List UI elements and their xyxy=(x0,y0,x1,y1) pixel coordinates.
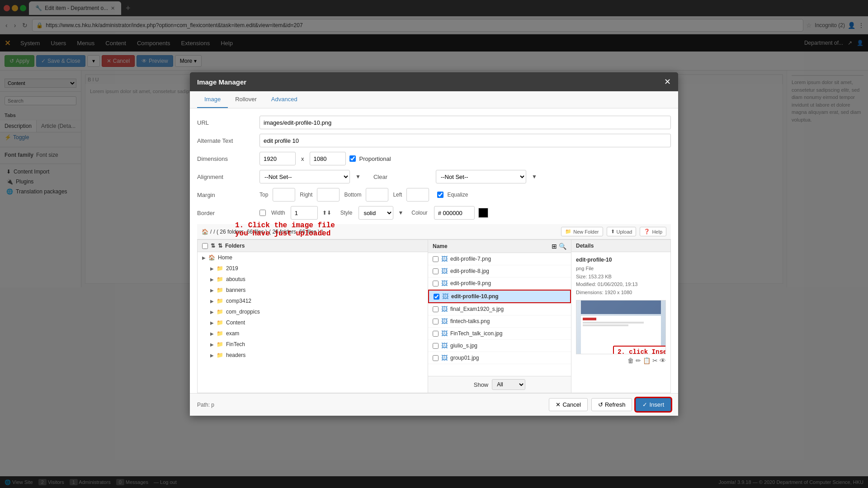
margin-top-input[interactable] xyxy=(273,188,295,202)
help-icon: ❓ xyxy=(644,229,650,235)
folder-2019[interactable]: ▶ 📁 2019 xyxy=(198,263,428,274)
dimensions-x: x xyxy=(299,155,306,162)
margin-left-input[interactable] xyxy=(406,188,429,202)
width-input[interactable] xyxy=(259,152,296,165)
border-style-label: Style xyxy=(340,210,353,216)
grid-view-btn[interactable]: ⊞ xyxy=(552,243,557,250)
border-checkbox[interactable] xyxy=(259,210,266,216)
file-icon: 🖼 xyxy=(441,267,448,275)
file-edit-profile-8[interactable]: 🖼 edit-profile-8.jpg xyxy=(428,265,571,277)
details-header: Details xyxy=(571,240,670,252)
path-actions: 📁 New Folder ⬆ Upload ❓ Help xyxy=(561,227,666,236)
folders-header: ⇅ ⇅ Folders xyxy=(198,240,428,252)
border-width-arrows: ⬆⬇ xyxy=(322,210,331,216)
clear-select[interactable]: --Not Set-- xyxy=(436,170,526,183)
file-edit-profile-9[interactable]: 🖼 edit-profile-9.png xyxy=(428,277,571,287)
folders-panel: ⇅ ⇅ Folders ▶ 🏠 Home ▶ 📁 2019 xyxy=(198,240,428,287)
arrow-icon: ▶ xyxy=(210,266,214,271)
image-manager-modal: Image Manager ✕ Image Rollover Advanced … xyxy=(190,72,678,287)
dimensions-label: Dimensions xyxy=(197,155,256,162)
tab-image[interactable]: Image xyxy=(197,91,228,108)
new-folder-icon: 📁 xyxy=(565,229,571,235)
border-colour-input[interactable] xyxy=(434,206,475,220)
files-list: 1. Click the image file you have just up… xyxy=(428,253,571,287)
border-style-select[interactable]: solid dashed dotted xyxy=(359,206,393,220)
upload-btn[interactable]: ⬆ Upload xyxy=(607,227,637,236)
path-separator: / xyxy=(210,229,212,235)
alt-text-input[interactable] xyxy=(259,134,671,147)
folders-list: ▶ 🏠 Home ▶ 📁 2019 ▶ 📁 aboutus xyxy=(198,252,428,287)
details-info: png File Size: 153.23 KB Modified: 01/06… xyxy=(576,265,666,287)
arrow-icon: ▶ xyxy=(202,255,206,260)
select-all-checkbox[interactable] xyxy=(202,243,208,249)
modal-title: Image Manager xyxy=(197,78,246,86)
folder-icon: 🏠 xyxy=(208,254,215,261)
url-input[interactable] xyxy=(259,116,671,129)
margin-right-input[interactable] xyxy=(317,188,340,202)
margin-bottom-input[interactable] xyxy=(366,188,388,202)
file-edit-profile-7[interactable]: 🖼 edit-profile-7.png xyxy=(428,253,571,265)
help-btn[interactable]: ❓ Help xyxy=(640,227,666,236)
dimensions-row: Dimensions x Proportional xyxy=(197,152,671,165)
border-label: Border xyxy=(197,210,256,216)
file-checkbox[interactable] xyxy=(433,281,439,286)
border-row: Border Width ⬆⬇ Style solid dashed dotte… xyxy=(197,206,671,220)
alt-text-row: Alternate Text xyxy=(197,134,671,147)
colour-swatch[interactable] xyxy=(478,208,488,218)
proportional-label: Proportional xyxy=(359,155,391,162)
details-content: edit-profile-10 png File Size: 153.23 KB… xyxy=(571,252,670,287)
new-folder-btn[interactable]: 📁 New Folder xyxy=(561,227,603,236)
margin-left-label: Left xyxy=(393,192,402,198)
file-icon: 🖼 xyxy=(441,280,448,287)
alignment-row: Alignment --Not Set-- Left Center Right … xyxy=(197,170,671,183)
path-folder-count: ( 26 folders, 66 files ) xyxy=(269,229,320,235)
search-files-btn[interactable]: 🔍 xyxy=(559,243,566,250)
upload-icon: ⬆ xyxy=(611,229,615,235)
proportional-checkbox[interactable] xyxy=(349,155,356,162)
margin-row: Margin Top Right Bottom Left Equalize xyxy=(197,188,671,202)
files-header: Name ⊞ 🔍 xyxy=(428,240,571,253)
equalize-checkbox[interactable] xyxy=(437,192,443,198)
path-info: / ( 26 folders, 66 files ) xyxy=(213,229,267,235)
tab-rollover[interactable]: Rollover xyxy=(228,91,264,108)
file-checkbox[interactable] xyxy=(433,268,439,274)
folder-banners[interactable]: ▶ 📁 banners xyxy=(198,285,428,287)
details-filetype: png File xyxy=(576,265,666,273)
arrow-icon: ▶ xyxy=(210,277,214,282)
margin-right-label: Right xyxy=(300,192,312,198)
files-panel: Name ⊞ 🔍 1. Click the image file you hav… xyxy=(428,240,571,287)
alt-text-label: Alternate Text xyxy=(197,137,256,144)
height-input[interactable] xyxy=(310,152,346,165)
margin-top-label: Top xyxy=(259,192,268,198)
equalize-label: Equalize xyxy=(447,192,468,198)
modal-overlay: Image Manager ✕ Image Rollover Advanced … xyxy=(0,0,868,287)
details-modified: Modified: 01/06/2020, 19:13 xyxy=(576,281,666,287)
border-width-input[interactable] xyxy=(291,206,318,220)
details-filename: edit-profile-10 xyxy=(576,257,666,263)
file-manager: ⇅ ⇅ Folders ▶ 🏠 Home ▶ 📁 2019 xyxy=(197,239,671,287)
alignment-arrow: ▼ xyxy=(355,174,361,180)
modal-tab-bar: Image Rollover Advanced xyxy=(190,91,678,108)
border-colour-label: Colour xyxy=(411,210,427,216)
alignment-select[interactable]: --Not Set-- Left Center Right xyxy=(259,170,350,183)
folder-aboutus[interactable]: ▶ 📁 aboutus xyxy=(198,274,428,285)
sort-icon-2[interactable]: ⇅ xyxy=(218,243,222,249)
clear-label: Clear xyxy=(373,174,432,180)
folder-home[interactable]: ▶ 🏠 Home xyxy=(198,252,428,263)
style-arrow: ▼ xyxy=(398,210,403,216)
file-checkbox[interactable] xyxy=(433,256,439,262)
folder-icon: 📁 xyxy=(217,287,223,287)
name-header: Name xyxy=(433,243,448,249)
sort-icon-1[interactable]: ⇅ xyxy=(211,243,215,249)
url-label: URL xyxy=(197,119,256,126)
margin-bottom-label: Bottom xyxy=(344,192,361,198)
alignment-label: Alignment xyxy=(197,174,256,180)
tab-advanced[interactable]: Advanced xyxy=(264,91,305,108)
path-bar: 🏠 / / ( 26 folders, 66 files ) ( 26 fold… xyxy=(197,224,671,239)
border-width-label: Width xyxy=(271,210,285,216)
margin-label: Margin xyxy=(197,192,256,198)
url-row: URL xyxy=(197,116,671,129)
modal-close-btn[interactable]: ✕ xyxy=(664,77,671,87)
folder-icon: 📁 xyxy=(217,265,223,272)
modal-header: Image Manager ✕ xyxy=(190,72,678,91)
